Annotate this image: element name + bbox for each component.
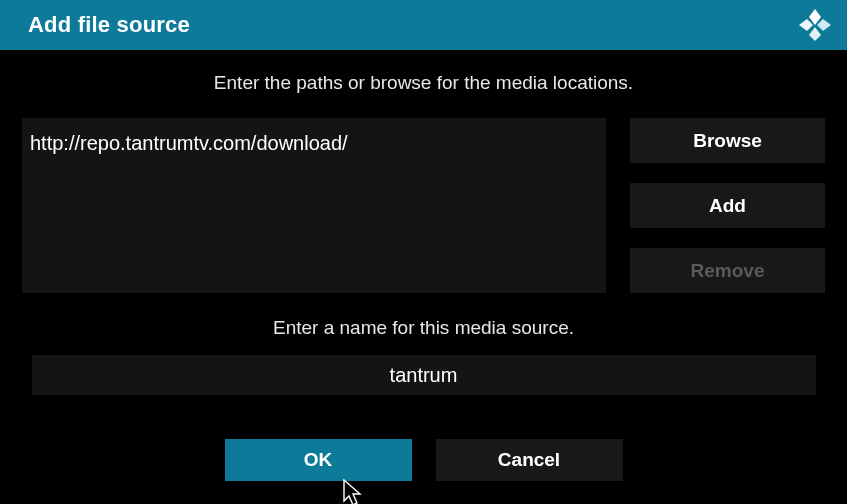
- svg-marker-3: [799, 19, 813, 31]
- remove-button: Remove: [630, 248, 825, 293]
- paths-row: http://repo.tantrumtv.com/download/ Brow…: [22, 118, 825, 293]
- source-name-input[interactable]: tantrum: [32, 355, 816, 395]
- dialog-header: Add file source: [0, 0, 847, 50]
- name-instruction-label: Enter a name for this media source.: [22, 317, 825, 339]
- paths-listbox[interactable]: http://repo.tantrumtv.com/download/: [22, 118, 606, 293]
- paths-instruction-label: Enter the paths or browse for the media …: [22, 72, 825, 94]
- browse-button[interactable]: Browse: [630, 118, 825, 163]
- dialog-body: Enter the paths or browse for the media …: [0, 50, 847, 481]
- mouse-cursor-icon: [343, 479, 365, 504]
- kodi-logo-icon: [797, 7, 833, 43]
- footer-buttons: OK Cancel: [22, 439, 825, 481]
- side-button-stack: Browse Add Remove: [630, 118, 825, 293]
- svg-marker-2: [809, 27, 821, 41]
- svg-marker-1: [817, 19, 831, 31]
- svg-marker-4: [344, 480, 360, 504]
- add-button[interactable]: Add: [630, 183, 825, 228]
- source-name-value: tantrum: [390, 364, 458, 387]
- svg-marker-0: [809, 9, 821, 25]
- path-entry[interactable]: http://repo.tantrumtv.com/download/: [30, 132, 598, 159]
- cancel-button[interactable]: Cancel: [436, 439, 623, 481]
- dialog-title: Add file source: [28, 12, 190, 38]
- ok-button[interactable]: OK: [225, 439, 412, 481]
